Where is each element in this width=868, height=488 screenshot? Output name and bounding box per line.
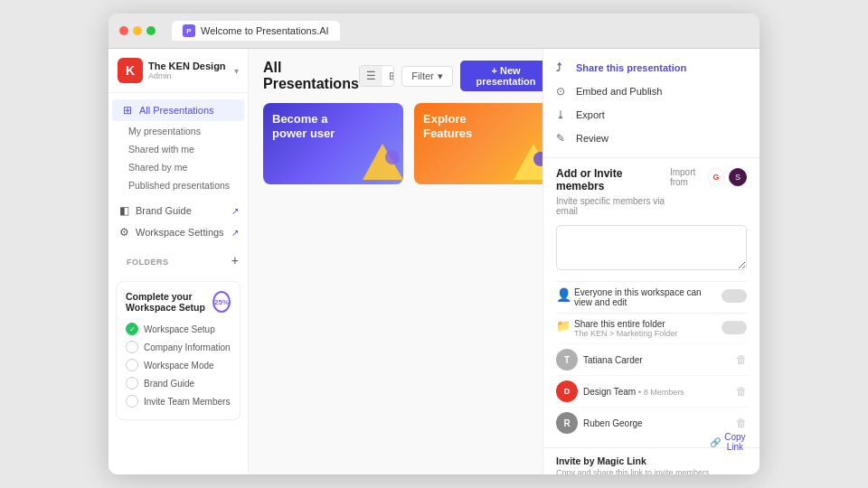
browser-tab[interactable]: P Welcome to Presentations.AI [172,21,340,41]
workspace-name: The KEN Design [148,61,229,71]
chevron-down-icon: ▾ [234,66,239,76]
panel-menu-export[interactable]: ⤓ Export [543,103,760,127]
maximize-dot[interactable] [146,26,156,35]
slack-import-button[interactable]: S [729,168,747,186]
delete-member-ruben[interactable]: 🗑 [736,417,747,429]
share-icon: ⤴ [556,61,569,74]
import-row: Import from G S [670,167,747,187]
everyone-toggle[interactable] [722,289,747,303]
link-icon: 🔗 [710,437,721,447]
embed-icon: ⊙ [556,85,569,98]
folder-toggle-row: 📁 Share this entire folder The KEN > Mar… [556,313,747,343]
promo-card-text-orange: Explore Features [423,112,472,140]
email-input[interactable] [556,225,747,270]
setup-item-brand[interactable]: Brand Guide [126,374,231,392]
cards-grid: Become a power user Explore Features [263,103,528,184]
filter-label: Filter [411,70,433,81]
import-label: Import from [670,167,703,187]
panel-menu: ⤴ Share this presentation ⊙ Embed and Pu… [543,49,760,158]
folder-icon: 📁 [556,319,569,333]
right-panel: ⤴ Share this presentation ⊙ Embed and Pu… [542,49,760,474]
delete-member-tatiana[interactable]: 🗑 [736,353,747,366]
list-view-button[interactable]: ☰ [360,66,382,86]
browser-dots [119,26,156,35]
folder-label: Share this entire folder [574,319,716,329]
minimize-dot[interactable] [133,26,142,35]
tab-favicon: P [183,24,195,37]
workspace-header[interactable]: K The KEN Design Admin ▾ [108,49,248,93]
setup-header: Complete your Workspace Setup 25% [126,291,231,313]
browser-window: P Welcome to Presentations.AI K The KEN … [108,14,760,474]
card-decoration-blue [358,139,403,184]
svg-point-1 [385,150,400,164]
card-decoration-orange [509,139,542,184]
setup-item-company[interactable]: Company Information [126,338,231,356]
delete-member-design-team[interactable]: 🗑 [736,385,747,398]
setup-title: Complete your Workspace Setup [126,291,212,313]
setup-item-invite[interactable]: Invite Team Members [126,392,231,410]
everyone-icon: 👤 [556,287,569,302]
panel-menu-embed[interactable]: ⊙ Embed and Publish [543,80,760,103]
panel-menu-review[interactable]: ✎ Review [543,127,760,150]
member-avatar-ruben: R [556,412,578,434]
member-name-ruben: Ruben George [583,418,731,428]
export-icon: ⤓ [556,108,569,121]
share-title: Add or Invite memebrs [556,167,670,192]
member-count: • 8 Members [638,388,684,397]
everyone-label: Everyone in this workspace can view and … [574,287,716,307]
share-subtitle: Invite specific members via email [556,196,670,216]
sidebar-item-published[interactable]: Published presentations [108,176,248,194]
page-title: All Presentations [263,60,359,92]
folder-info: Share this entire folder The KEN > Marke… [574,319,716,338]
folder-toggle[interactable] [722,321,747,334]
promo-card-text-blue: Become a power user [272,112,335,140]
filter-button[interactable]: Filter ▾ [401,66,452,87]
check-icon-empty-2 [126,359,138,371]
browser-toolbar: P Welcome to Presentations.AI [108,14,760,49]
setup-percent: 25% [212,291,231,313]
magic-link-desc: Copy and share this link to invite membe… [556,468,710,474]
new-presentation-button[interactable]: + New presentation [460,61,542,91]
sidebar-item-shared-by-me[interactable]: Shared by me [108,158,248,176]
folder-sublabel: The KEN > Marketing Folder [574,329,716,338]
workspace-role: Admin [148,71,229,80]
setup-item-mode[interactable]: Workspace Mode [126,356,231,374]
sidebar-item-shared-with-me[interactable]: Shared with me [108,140,248,158]
workspace-setup-card: Complete your Workspace Setup 25% ✓ Work… [116,281,241,420]
member-avatar-design-team: D [556,380,578,402]
sidebar-item-all-presentations[interactable]: ⊞ All Presentations [112,99,244,121]
app-content: K The KEN Design Admin ▾ ⊞ All Presentat… [108,49,760,474]
external-link-icon-2: ↗ [231,228,239,238]
sidebar-item-brand-guide[interactable]: ◧ Brand Guide ↗ [108,200,248,221]
member-name-tatiana: Tatiana Carder [583,355,731,365]
sidebar-nav: ⊞ All Presentations My presentations Sha… [108,93,248,200]
main-header: All Presentations ☰ ⊞ Filter ▾ + New pre… [263,60,528,92]
magic-link-section: Invite by Magic Link Copy and share this… [543,447,760,474]
grid-view-button[interactable]: ⊞ [382,66,395,86]
everyone-info: Everyone in this workspace can view and … [574,287,716,307]
review-icon: ✎ [556,132,569,145]
google-import-button[interactable]: G [707,168,725,186]
external-link-icon: ↗ [231,206,239,216]
sidebar-item-my-presentations[interactable]: My presentations [108,122,248,140]
workspace-info: The KEN Design Admin [148,61,229,80]
explore-features-card[interactable]: Explore Features [414,103,542,184]
presentations-icon: ⊞ [121,104,134,117]
close-dot[interactable] [119,26,128,35]
setup-item-workspace[interactable]: ✓ Workspace Setup [126,320,231,338]
magic-link-title: Invite by Magic Link [556,455,710,466]
sidebar-item-workspace-settings[interactable]: ⚙ Workspace Settings ↗ [108,221,248,243]
become-power-user-card[interactable]: Become a power user [263,103,403,184]
panel-menu-share[interactable]: ⤴ Share this presentation [543,56,760,80]
import-icons: G S [707,168,747,186]
folders-section: FOLDERS + [108,243,248,274]
add-folder-button[interactable]: + [231,253,239,267]
header-actions: ☰ ⊞ Filter ▾ + New presentation [359,61,542,91]
sidebar-item-label: All Presentations [139,105,214,116]
check-icon-empty [126,341,138,353]
brand-guide-icon: ◧ [118,204,130,217]
copy-link-button[interactable]: 🔗 Copy Link [710,432,747,452]
chevron-icon: ▾ [438,70,443,82]
check-icon-empty-4 [126,395,138,408]
member-row-tatiana: T Tatiana Carder 🗑 [556,343,747,375]
